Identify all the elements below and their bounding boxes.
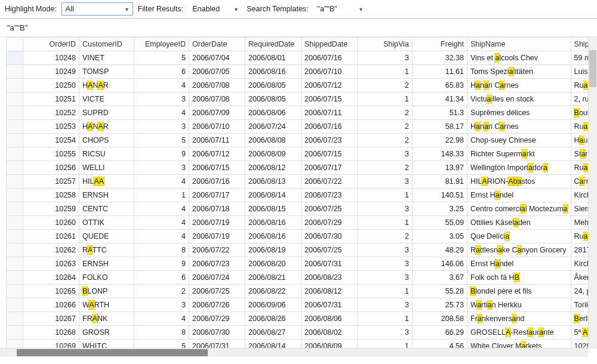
- cell-shipname[interactable]: Hanari Carnes: [467, 79, 571, 92]
- cell-shipname[interactable]: GROSELLA-Restaurante: [467, 326, 571, 340]
- cell-shipaddress[interactable]: Kirchgasse 6: [571, 257, 589, 271]
- cell-requireddate[interactable]: 2006/08/21: [245, 271, 301, 285]
- table-row[interactable]: 10261QUEDE42006/07/192006/08/162006/07/3…: [7, 230, 589, 243]
- cell-freight[interactable]: 208.58: [413, 312, 467, 326]
- cell-shipname[interactable]: Blondel père et fils: [467, 285, 571, 298]
- cell-orderdate[interactable]: 2006/07/16: [189, 175, 245, 189]
- cell-orderdate[interactable]: 2006/07/08: [189, 92, 245, 106]
- row-header[interactable]: [7, 147, 23, 161]
- cell-requireddate[interactable]: 2006/08/05: [245, 92, 301, 106]
- cell-shipaddress[interactable]: Torikatu 38: [571, 298, 589, 312]
- cell-requireddate[interactable]: 2006/08/05: [245, 79, 301, 92]
- cell-customerid[interactable]: GROSR: [79, 326, 134, 340]
- table-row[interactable]: 10262RATTC82006/07/222006/08/192006/07/2…: [7, 243, 589, 257]
- row-header[interactable]: [7, 326, 23, 340]
- column-header-freight[interactable]: Freight: [413, 38, 467, 51]
- cell-customerid[interactable]: RATTC: [79, 243, 134, 257]
- search-expression-bar[interactable]: "a""B": [0, 18, 597, 37]
- cell-requireddate[interactable]: 2006/08/16: [245, 230, 301, 243]
- table-row[interactable]: 10251VICTE32006/07/082006/08/052006/07/1…: [7, 92, 589, 106]
- cell-orderid[interactable]: 10259: [23, 202, 79, 216]
- cell-requireddate[interactable]: 2006/08/12: [245, 161, 301, 175]
- cell-shippeddate[interactable]: 2006/07/31: [301, 298, 358, 312]
- cell-shipaddress[interactable]: 2817 Milton Dr.: [571, 243, 589, 257]
- cell-shipvia[interactable]: 3: [358, 257, 413, 271]
- column-header-customerid[interactable]: CustomerID: [79, 38, 134, 51]
- cell-orderdate[interactable]: 2006/07/04: [189, 51, 245, 65]
- cell-orderid[interactable]: 10248: [23, 51, 79, 65]
- table-row[interactable]: 10265BLONP22006/07/252006/08/222006/08/1…: [7, 285, 589, 298]
- cell-shipname[interactable]: Ernst Handel: [467, 257, 571, 271]
- cell-requireddate[interactable]: 2006/08/09: [245, 147, 301, 161]
- cell-shipaddress[interactable]: Rua do Paço, 67: [571, 79, 589, 92]
- cell-customerid[interactable]: VICTE: [79, 92, 134, 106]
- cell-orderid[interactable]: 10269: [23, 340, 79, 349]
- table-row[interactable]: 10254CHOPS52006/07/112006/08/082006/07/2…: [7, 134, 589, 147]
- cell-employeeid[interactable]: 5: [134, 340, 189, 349]
- cell-requireddate[interactable]: 2006/08/14: [245, 340, 301, 349]
- cell-orderid[interactable]: 10263: [23, 257, 79, 271]
- column-header-shippeddate[interactable]: ShippedDate: [301, 38, 358, 51]
- cell-shipaddress[interactable]: 5ª Ave. Los Palos Grandes: [571, 326, 589, 340]
- cell-shippeddate[interactable]: 2006/07/23: [301, 189, 358, 202]
- cell-shipaddress[interactable]: Carrera 22 con Ave. C: [571, 175, 589, 189]
- cell-orderid[interactable]: 10250: [23, 79, 79, 92]
- table-row[interactable]: 10266WARTH32006/07/262006/09/062006/07/3…: [7, 298, 589, 312]
- cell-requireddate[interactable]: 2006/08/14: [245, 189, 301, 202]
- cell-employeeid[interactable]: 4: [134, 79, 189, 92]
- cell-orderid[interactable]: 10251: [23, 92, 79, 106]
- cell-employeeid[interactable]: 3: [134, 120, 189, 134]
- cell-orderdate[interactable]: 2006/07/29: [189, 312, 245, 326]
- cell-requireddate[interactable]: 2006/08/01: [245, 51, 301, 65]
- cell-shipvia[interactable]: 2: [358, 134, 413, 147]
- cell-shipname[interactable]: HILARION-Abastos: [467, 175, 571, 189]
- row-header[interactable]: [7, 65, 23, 79]
- cell-freight[interactable]: 81.91: [413, 175, 467, 189]
- cell-customerid[interactable]: ERNSH: [79, 189, 134, 202]
- cell-employeeid[interactable]: 8: [134, 243, 189, 257]
- cell-customerid[interactable]: CHOPS: [79, 134, 134, 147]
- cell-shipaddress[interactable]: Rua do Mercado, 12: [571, 161, 589, 175]
- cell-orderid[interactable]: 10254: [23, 134, 79, 147]
- table-row[interactable]: 10264FOLKO62006/07/242006/08/212006/08/2…: [7, 271, 589, 285]
- table-row[interactable]: 10252SUPRD42006/07/092006/08/062006/07/1…: [7, 106, 589, 120]
- cell-shippeddate[interactable]: 2006/07/31: [301, 257, 358, 271]
- cell-customerid[interactable]: ERNSH: [79, 257, 134, 271]
- column-header-requireddate[interactable]: RequiredDate: [245, 38, 301, 51]
- cell-customerid[interactable]: OTTIK: [79, 216, 134, 230]
- cell-freight[interactable]: 25.73: [413, 298, 467, 312]
- table-row[interactable]: 10268GROSR82006/07/302006/08/272006/08/0…: [7, 326, 589, 340]
- cell-requireddate[interactable]: 2006/09/06: [245, 298, 301, 312]
- cell-shippeddate[interactable]: 2006/07/15: [301, 147, 358, 161]
- row-header[interactable]: [7, 202, 23, 216]
- cell-shipname[interactable]: Ottilies Käseladen: [467, 216, 571, 230]
- cell-employeeid[interactable]: 4: [134, 230, 189, 243]
- cell-orderid[interactable]: 10253: [23, 120, 79, 134]
- cell-employeeid[interactable]: 3: [134, 298, 189, 312]
- cell-freight[interactable]: 41.34: [413, 92, 467, 106]
- cell-shipaddress[interactable]: Sierras de Granada 99: [571, 202, 589, 216]
- cell-orderid[interactable]: 10266: [23, 298, 79, 312]
- cell-orderdate[interactable]: 2006/07/09: [189, 106, 245, 120]
- cell-shipaddress[interactable]: Berliner Platz 43: [571, 312, 589, 326]
- cell-shipaddress[interactable]: Rua da Panificadora, 12: [571, 230, 589, 243]
- cell-shipaddress[interactable]: Hauptstr. 31: [571, 134, 589, 147]
- cell-shippeddate[interactable]: 2006/08/23: [301, 271, 358, 285]
- cell-shipvia[interactable]: 2: [358, 161, 413, 175]
- cell-orderdate[interactable]: 2006/07/15: [189, 161, 245, 175]
- cell-shipvia[interactable]: 2: [358, 106, 413, 120]
- cell-freight[interactable]: 11.61: [413, 65, 467, 79]
- row-header[interactable]: [7, 175, 23, 189]
- cell-orderdate[interactable]: 2006/07/31: [189, 340, 245, 349]
- row-header[interactable]: [7, 189, 23, 202]
- cell-freight[interactable]: 3.05: [413, 230, 467, 243]
- column-header-shipaddress[interactable]: ShipAddress: [571, 38, 589, 51]
- cell-orderdate[interactable]: 2006/07/18: [189, 202, 245, 216]
- cell-customerid[interactable]: BLONP: [79, 285, 134, 298]
- cell-orderdate[interactable]: 2006/07/25: [189, 285, 245, 298]
- cell-shipname[interactable]: Frankenversand: [467, 312, 571, 326]
- column-header-orderid[interactable]: OrderID: [23, 38, 79, 51]
- cell-requireddate[interactable]: 2006/08/08: [245, 134, 301, 147]
- cell-employeeid[interactable]: 3: [134, 161, 189, 175]
- cell-employeeid[interactable]: 2: [134, 285, 189, 298]
